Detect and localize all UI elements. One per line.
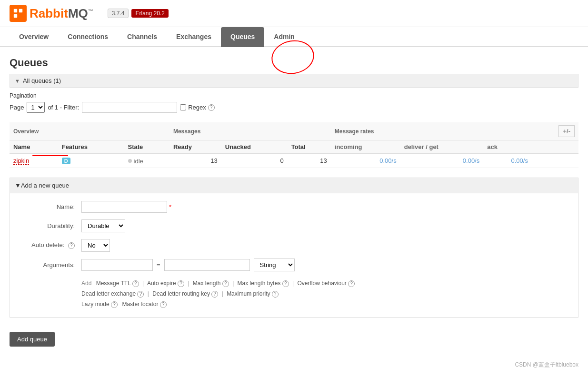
add-hints: Add Message TTL ? | Auto expire ? | Max … — [81, 278, 568, 309]
footer-watermark: CSDN @蓝盒子itbluebox — [0, 356, 588, 374]
hint-auto-expire[interactable]: Auto expire — [147, 280, 176, 287]
ready-count: 13 — [169, 154, 221, 168]
nav-channels[interactable]: Channels — [118, 27, 167, 46]
durability-row: Durability: Durable Transient — [20, 219, 568, 232]
pagination-section: Pagination Page 1 of 1 - Filter: Regex ? — [10, 92, 578, 113]
hint-maximum-priority-help[interactable]: ? — [272, 291, 279, 298]
logo-text: RabbitMQ™ — [30, 6, 93, 21]
nav-overview[interactable]: Overview — [10, 27, 58, 46]
hint-dead-letter-exchange-help[interactable]: ? — [137, 291, 144, 298]
total-count: 13 — [288, 154, 331, 168]
nav-connections[interactable]: Connections — [58, 27, 118, 46]
hint-message-ttl-help[interactable]: ? — [132, 280, 139, 287]
name-row: Name: * — [20, 201, 568, 213]
regex-checkbox[interactable] — [180, 104, 186, 110]
col-group-rates: Message rates — [331, 122, 532, 140]
logo-tm: ™ — [88, 8, 93, 14]
col-features: Features — [58, 140, 124, 154]
feature-badge: D — [62, 158, 70, 164]
auto-delete-label: Auto delete: ? — [20, 241, 81, 249]
col-group-overview: Overview — [10, 122, 169, 140]
deliver-rate: 0.00/s — [400, 154, 484, 168]
incoming-rate: 0.00/s — [331, 154, 400, 168]
page-of: of 1 - Filter: — [48, 104, 79, 111]
add-queue-section: ▼ Add a new queue Name: * Durability: Du… — [10, 178, 578, 318]
add-queue-button[interactable]: Add queue — [10, 332, 55, 347]
svg-rect-2 — [14, 14, 17, 18]
state-text: idle — [134, 158, 143, 165]
add-queue-label: Add a new queue — [21, 182, 69, 189]
nav-queues[interactable]: Queues — [221, 27, 264, 47]
name-input[interactable] — [81, 201, 167, 213]
hint-message-ttl[interactable]: Message TTL — [96, 280, 131, 287]
idle-dot — [128, 159, 132, 163]
hint-lazy-mode[interactable]: Lazy mode — [81, 301, 110, 308]
col-total: Total — [288, 140, 331, 154]
hint-master-locator[interactable]: Master locator — [122, 301, 158, 308]
nav-exchanges[interactable]: Exchanges — [167, 27, 221, 46]
col-unacked: Unacked — [221, 140, 288, 154]
col-name: Name — [10, 140, 58, 154]
hint-max-length-help[interactable]: ? — [222, 280, 229, 287]
hint-overflow-behaviour[interactable]: Overflow behaviour — [297, 280, 346, 287]
queue-table: Overview Messages Message rates +/- Name… — [10, 122, 578, 168]
hint-maximum-priority[interactable]: Maximum priority — [227, 290, 270, 297]
hint-max-length[interactable]: Max length — [193, 280, 221, 287]
unacked-count: 0 — [221, 154, 288, 168]
table-row: zipkin D idle 13 0 13 0.00/s — [10, 154, 578, 168]
name-label: Name: — [20, 203, 81, 210]
auto-delete-select[interactable]: No Yes — [81, 239, 110, 252]
regex-label: Regex — [188, 104, 206, 111]
page-title: Queues — [10, 57, 578, 69]
all-queues-label: All queues (1) — [23, 77, 61, 84]
hint-lazy-mode-help[interactable]: ? — [111, 301, 118, 308]
args-value-input[interactable] — [164, 259, 250, 271]
svg-rect-0 — [14, 9, 17, 12]
col-ready: Ready — [169, 140, 221, 154]
auto-delete-help-icon[interactable]: ? — [68, 242, 75, 249]
col-deliver: deliver / get — [400, 140, 484, 154]
pagination-label: Pagination — [10, 92, 578, 99]
plus-minus-btn[interactable]: +/- — [558, 125, 575, 137]
nav-admin[interactable]: Admin — [264, 27, 304, 46]
arguments-row: Arguments: = String Number Boolean List — [20, 259, 568, 271]
col-state: State — [124, 140, 169, 154]
arguments-label: Arguments: — [20, 261, 81, 269]
collapse-arrow: ▼ — [15, 78, 20, 84]
all-queues-header[interactable]: ▼ All queues (1) — [10, 74, 578, 88]
hint-master-locator-help[interactable]: ? — [160, 301, 167, 308]
version-badge: 3.7.4 — [108, 9, 129, 18]
hint-overflow-behaviour-help[interactable]: ? — [348, 280, 355, 287]
durability-select[interactable]: Durable Transient — [81, 219, 125, 232]
hint-dead-letter-routing-key-help[interactable]: ? — [211, 291, 218, 298]
erlang-badge: Erlang 20.2 — [131, 9, 168, 18]
add-queue-arrow: ▼ — [15, 182, 21, 189]
add-label: Add — [81, 280, 91, 287]
svg-rect-1 — [19, 9, 22, 12]
durability-label: Durability: — [20, 222, 81, 229]
hint-max-length-bytes[interactable]: Max length bytes — [238, 280, 281, 287]
auto-delete-row: Auto delete: ? No Yes — [20, 239, 568, 252]
hint-dead-letter-exchange[interactable]: Dead letter exchange — [81, 290, 136, 297]
args-type-select[interactable]: String Number Boolean List — [254, 259, 295, 271]
add-queue-header[interactable]: ▼ Add a new queue — [10, 178, 578, 193]
hint-auto-expire-help[interactable]: ? — [178, 280, 184, 287]
filter-input[interactable] — [82, 102, 177, 113]
required-star: * — [169, 203, 171, 210]
args-key-input[interactable] — [81, 259, 153, 271]
page-label: Page — [10, 104, 24, 111]
args-equals: = — [157, 261, 160, 269]
col-group-messages: Messages — [169, 122, 331, 140]
queue-name-link[interactable]: zipkin — [13, 157, 29, 165]
state-indicator: idle — [128, 158, 143, 165]
hint-max-length-bytes-help[interactable]: ? — [282, 280, 289, 287]
hint-dead-letter-routing-key[interactable]: Dead letter routing key — [152, 290, 210, 297]
col-ack: ack — [483, 140, 532, 154]
page-select[interactable]: 1 — [27, 102, 45, 113]
regex-help-icon[interactable]: ? — [208, 104, 215, 111]
ack-rate: 0.00/s — [483, 154, 532, 168]
col-incoming: incoming — [331, 140, 400, 154]
main-nav: Overview Connections Channels Exchanges … — [0, 27, 588, 47]
